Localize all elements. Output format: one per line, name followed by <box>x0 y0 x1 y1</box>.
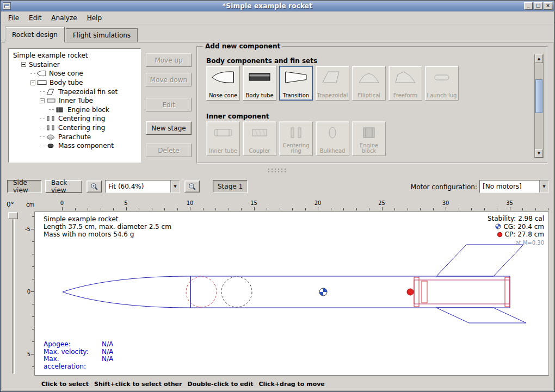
new-stage-button[interactable]: New stage <box>146 121 192 135</box>
ruler-tick <box>215 208 216 210</box>
tree-row-centering-ring[interactable]: Centering ring <box>10 123 139 133</box>
tree-label: Nose cone <box>48 70 84 77</box>
rotation-slider-thumb[interactable] <box>8 212 18 219</box>
combo-arrow-icon[interactable]: ▼ <box>539 181 548 192</box>
move-down-button: Move down <box>146 73 192 86</box>
combo-arrow-icon[interactable]: ▼ <box>170 181 180 192</box>
add-body-tube-button[interactable]: Body tube <box>243 66 276 101</box>
ruler-tick <box>459 208 459 210</box>
ruler-tick <box>292 208 293 210</box>
ruler-label: -5 <box>25 226 30 232</box>
engine-block-shape[interactable] <box>422 281 427 303</box>
zoom-in-button[interactable] <box>87 181 102 192</box>
section-label-body-components: Body components and fin sets <box>206 57 317 65</box>
ruler-tick <box>177 208 178 210</box>
side-view-button[interactable]: Side view <box>7 180 42 193</box>
tree-row-body-tube[interactable]: Body tube <box>10 78 139 88</box>
tab-rocket-design[interactable]: Rocket design <box>5 27 65 42</box>
nose-cone-icon <box>211 70 235 85</box>
tree-row-inner-tube[interactable]: Inner Tube <box>10 96 139 105</box>
stage-1-button[interactable]: Stage 1 <box>213 180 248 193</box>
tree-label: Centering ring <box>57 115 106 122</box>
flight-info-row: Max. velocity:N/A <box>44 349 113 356</box>
motor-configuration-select[interactable]: [No motors] ▼ <box>479 180 549 193</box>
inner-tube-shape[interactable] <box>414 280 510 304</box>
application-window: *Simple example rocket _ □ × File Edit A… <box>0 0 555 392</box>
zoom-value: Fit (60.4%) <box>106 181 170 192</box>
rocket-view[interactable]: Simple example rocket Length 37.5 cm, ma… <box>34 211 549 376</box>
cp-icon <box>497 232 503 238</box>
menu-analyze[interactable]: Analyze <box>47 13 81 23</box>
component-button-label: Engine block <box>353 143 385 154</box>
rotation-slider[interactable] <box>12 213 15 374</box>
tree-row-trapezoidal-fin-set[interactable]: Trapezoidal fin set <box>10 87 139 96</box>
titlebar[interactable]: *Simple example rocket _ □ × <box>1 1 554 11</box>
tree-collapse-icon[interactable] <box>40 98 45 103</box>
scroll-up-icon[interactable]: ▲ <box>535 54 543 63</box>
component-panel-scrollbar[interactable]: ▲ ▼ <box>534 54 544 158</box>
add-nose-cone-button[interactable]: Nose cone <box>206 66 240 101</box>
ruler-tick <box>164 208 165 210</box>
menu-file[interactable]: File <box>4 13 23 23</box>
menu-help[interactable]: Help <box>83 13 106 23</box>
scrollbar-thumb[interactable] <box>535 79 542 113</box>
zoom-out-button[interactable] <box>184 181 200 192</box>
ruler-tick <box>305 208 306 210</box>
tree-connector <box>40 91 45 92</box>
flight-info-value: N/A <box>102 341 113 348</box>
tree-row-parachute[interactable]: Parachute <box>10 132 139 141</box>
component-button-label: Body tube <box>244 93 275 98</box>
window-icon[interactable] <box>3 2 11 10</box>
stability-row: Stability: 2.98 cal <box>488 215 544 223</box>
tree-label: Simple example rocket <box>12 52 89 59</box>
component-button-label: Nose cone <box>207 93 239 98</box>
back-view-button[interactable]: Back view <box>45 180 82 193</box>
add-transition-button[interactable]: Transition <box>279 66 313 101</box>
zoom-select[interactable]: Fit (60.4%) ▼ <box>105 180 180 193</box>
tree-row-sustainer[interactable]: Sustainer <box>10 60 139 70</box>
cp-row: CP: 27.8 cm <box>488 231 544 239</box>
tree-collapse-icon[interactable] <box>21 62 26 67</box>
split-divider[interactable] <box>2 166 553 176</box>
freeform-icon <box>393 70 417 85</box>
fin-lower-shape[interactable] <box>436 308 526 323</box>
centering-ring-aft-shape[interactable] <box>505 277 510 307</box>
ruler-tick <box>280 208 280 210</box>
component-tree[interactable]: Simple example rocketSustainerNose coneB… <box>8 48 141 163</box>
tree-connector <box>49 109 54 110</box>
ruler-label: 5 <box>27 351 30 357</box>
fin-upper-shape[interactable] <box>436 245 523 276</box>
tab-flight-simulations[interactable]: Flight simulations <box>66 28 138 42</box>
tree-row-centering-ring[interactable]: Centering ring <box>10 114 139 123</box>
zoom-out-icon <box>188 183 196 191</box>
cg-value: 20.4 cm <box>517 223 544 231</box>
menu-edit[interactable]: Edit <box>24 13 46 23</box>
nose-cone-shape[interactable] <box>63 276 190 308</box>
scroll-down-icon[interactable]: ▼ <box>535 149 543 158</box>
cg-marker <box>319 288 327 296</box>
ruler-tick <box>62 207 63 210</box>
flight-info-label: Max. velocity: <box>44 349 102 356</box>
centering-ring-forward-shape[interactable] <box>414 277 419 307</box>
tree-row-nose-cone[interactable]: Nose cone <box>10 69 139 78</box>
body-component-buttons: Nose coneBody tubeTransitionTrapezoidalE… <box>206 66 459 101</box>
tree-row-simple-example-rocket[interactable]: Simple example rocket <box>10 51 139 60</box>
tree-collapse-icon[interactable] <box>30 80 35 85</box>
ruler-tick <box>382 207 383 210</box>
zoom-in-icon <box>90 183 98 191</box>
mass-component-shape[interactable] <box>221 277 252 307</box>
ruler-tick <box>203 208 203 210</box>
motor-configuration-value: [No motors] <box>480 181 539 192</box>
tree-row-mass-component[interactable]: Mass component <box>10 141 139 151</box>
ruler-tick <box>394 208 395 210</box>
minimize-button[interactable]: _ <box>524 2 533 10</box>
maximize-button[interactable]: □ <box>534 2 542 10</box>
add-freeform-button: Freeform <box>388 66 422 101</box>
tree-row-engine-block[interactable]: Engine block <box>10 105 139 115</box>
ruler-tick <box>331 208 331 210</box>
cg-row: CG: 20.4 cm <box>488 223 544 231</box>
transition-icon <box>284 70 308 85</box>
body-tube-shape[interactable] <box>190 276 510 308</box>
rocket-name: Simple example rocket <box>44 215 171 223</box>
close-button[interactable]: × <box>544 2 552 10</box>
